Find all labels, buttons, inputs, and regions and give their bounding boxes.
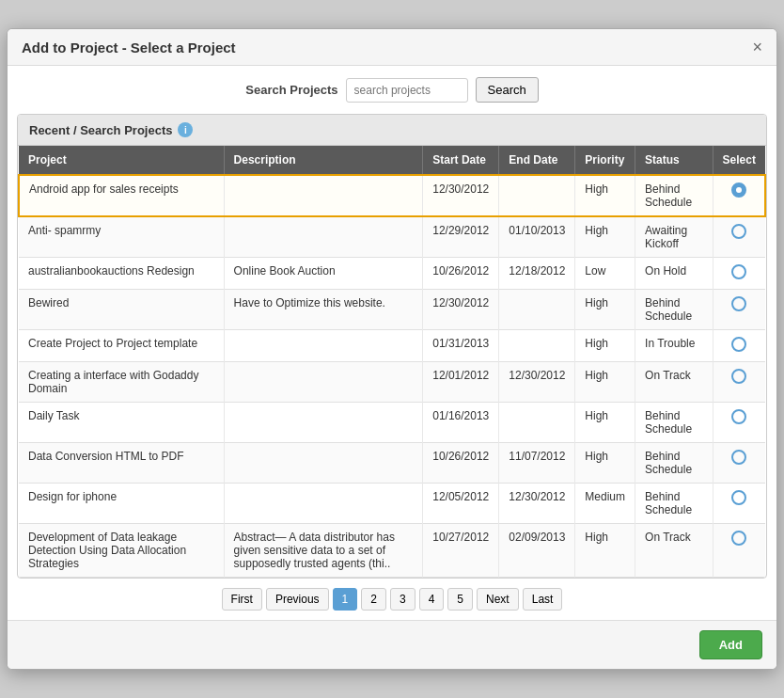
cell-project: Daily Task [19,403,224,443]
cell-select[interactable] [713,290,765,330]
cell-priority: High [575,524,635,578]
page-1-button[interactable]: 1 [333,588,358,611]
close-button[interactable]: × [752,39,762,56]
table-container: Recent / Search Projects i Project Descr… [17,114,767,579]
col-priority: Priority [575,146,635,175]
radio-button[interactable] [731,296,746,311]
radio-button[interactable] [731,409,746,424]
cell-start-date: 01/31/2013 [423,330,499,362]
cell-select[interactable] [713,216,765,258]
search-label: Search Projects [245,83,337,97]
cell-end-date [499,403,575,443]
page-2-button[interactable]: 2 [361,588,386,611]
cell-start-date: 12/01/2012 [423,362,499,403]
page-5-button[interactable]: 5 [447,588,473,611]
cell-end-date: 11/07/2012 [499,443,575,484]
table-row[interactable]: Development of Data leakage Detection Us… [19,524,765,578]
cell-status: In Trouble [635,330,713,362]
cell-status: Awaiting Kickoff [635,216,713,258]
cell-end-date: 12/30/2012 [499,484,575,524]
cell-status: Behind Schedule [635,443,713,484]
cell-select[interactable] [713,403,765,443]
add-button[interactable]: Add [699,630,762,659]
radio-button[interactable] [731,224,746,239]
previous-page-button[interactable]: Previous [266,588,329,611]
cell-description [224,175,423,216]
col-status: Status [635,146,713,175]
cell-description [224,403,423,443]
cell-start-date: 12/30/2012 [423,175,499,216]
cell-select[interactable] [713,258,765,290]
table-row[interactable]: Daily Task01/16/2013HighBehind Schedule [19,403,765,443]
cell-start-date: 10/26/2012 [423,443,499,484]
cell-priority: Medium [575,484,635,524]
pagination: First Previous 1 2 3 4 5 Next Last [8,579,776,620]
cell-select[interactable] [713,443,765,484]
col-select: Select [713,146,765,175]
cell-select[interactable] [713,175,765,216]
cell-priority: High [575,175,635,216]
table-row[interactable]: Anti- spamrmy12/29/201201/10/2013HighAwa… [19,216,765,258]
last-page-button[interactable]: Last [523,588,563,611]
cell-status: Behind Schedule [635,290,713,330]
page-4-button[interactable]: 4 [419,588,445,611]
cell-status: Behind Schedule [635,484,713,524]
cell-start-date: 12/30/2012 [423,290,499,330]
modal-title: Add to Project - Select a Project [22,40,236,56]
table-row[interactable]: Create Project to Project template01/31/… [19,330,765,362]
cell-project: Development of Data leakage Detection Us… [19,524,224,578]
cell-end-date: 01/10/2013 [499,216,575,258]
cell-priority: High [575,290,635,330]
cell-select[interactable] [713,524,765,578]
cell-description: Online Book Auction [224,258,423,290]
modal-header: Add to Project - Select a Project × [8,29,776,66]
table-row[interactable]: Android app for sales receipts12/30/2012… [19,175,765,216]
radio-button[interactable] [731,490,746,505]
table-row[interactable]: Data Conversion HTML to PDF10/26/201211/… [19,443,765,484]
table-row[interactable]: Creating a interface with Godaddy Domain… [19,362,765,403]
table-row[interactable]: Design for iphone12/05/201212/30/2012Med… [19,484,765,524]
search-button[interactable]: Search [476,77,539,103]
cell-description [224,443,423,484]
cell-description: Have to Optimize this website. [224,290,423,330]
radio-button[interactable] [731,182,746,198]
cell-start-date: 01/16/2013 [423,403,499,443]
cell-description [224,330,423,362]
radio-button[interactable] [731,369,746,384]
first-page-button[interactable]: First [222,588,262,611]
table-row[interactable]: BewiredHave to Optimize this website.12/… [19,290,765,330]
cell-select[interactable] [713,484,765,524]
cell-description: Abstract— A data distributor has given s… [224,524,423,578]
page-3-button[interactable]: 3 [390,588,416,611]
cell-status: Behind Schedule [635,403,713,443]
cell-status: On Track [635,362,713,403]
cell-project: Anti- spamrmy [19,216,224,258]
cell-project: Bewired [19,290,224,330]
table-row[interactable]: australianbookauctions RedesignOnline Bo… [19,258,765,290]
section-header: Recent / Search Projects i [18,115,766,146]
cell-start-date: 12/29/2012 [423,216,499,258]
col-end-date: End Date [499,146,575,175]
cell-start-date: 12/05/2012 [423,484,499,524]
cell-end-date: 02/09/2013 [499,524,575,578]
cell-start-date: 10/26/2012 [423,258,499,290]
search-input[interactable] [346,78,468,103]
cell-select[interactable] [713,330,765,362]
radio-button[interactable] [731,450,746,465]
radio-button[interactable] [731,264,746,279]
radio-button[interactable] [731,531,746,546]
col-description: Description [224,146,423,175]
cell-select[interactable] [713,362,765,403]
cell-priority: High [575,403,635,443]
cell-priority: Low [575,258,635,290]
cell-project: Data Conversion HTML to PDF [19,443,224,484]
cell-description [224,216,423,258]
next-page-button[interactable]: Next [477,588,519,611]
cell-project: Android app for sales receipts [19,175,224,216]
cell-end-date [499,330,575,362]
col-start-date: Start Date [423,146,499,175]
modal-container: Add to Project - Select a Project × Sear… [7,28,777,670]
radio-button[interactable] [731,337,746,352]
cell-priority: High [575,443,635,484]
cell-end-date: 12/18/2012 [499,258,575,290]
